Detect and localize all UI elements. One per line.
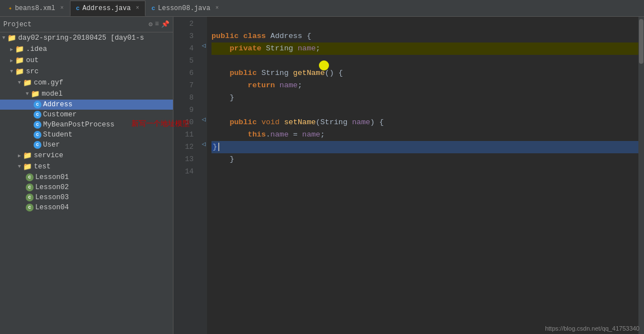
cursor-dot [319, 60, 329, 70]
code-content: 2 3 4 5 6 7 8 9 10 11 12 13 14 ◁ ◁ ◁ [173, 17, 644, 334]
project-title: Project [3, 21, 145, 29]
header-icons: ⚙ ≡ 📌 [149, 20, 170, 29]
tab-label-lesson08: Lesson08.java [158, 4, 210, 12]
src-folder-icon: 📁 [15, 67, 24, 76]
mybeanpostprocess-label: MyBeanPostProcess [43, 121, 115, 129]
code-line-12: } [211, 141, 638, 153]
tree-test[interactable]: ▼ 📁 test [0, 161, 173, 172]
code-line-9 [211, 104, 638, 116]
user-label: User [43, 141, 60, 149]
service-folder-icon: 📁 [23, 151, 32, 160]
model-label: model [41, 90, 63, 98]
service-label: service [34, 152, 63, 159]
lesson02-label: Lesson02 [35, 184, 69, 191]
tab-label-address: Address.java [82, 4, 130, 12]
lesson02-java-icon: c [26, 184, 34, 191]
src-label: src [26, 68, 39, 76]
code-line-11: this.name = name; [211, 129, 638, 141]
code-line-3: public class Address { [211, 30, 638, 43]
comgyf-folder-icon: 📁 [23, 78, 32, 87]
user-java-icon: c [34, 141, 41, 149]
code-line-13: } [211, 153, 638, 166]
code-line-7: return name; [211, 79, 638, 92]
project-header: Project ⚙ ≡ 📌 [0, 17, 173, 32]
watermark: https://blog.csdn.net/qq_41753340 [545, 325, 640, 332]
tree-address[interactable]: c Address [0, 100, 173, 110]
editor-area[interactable]: 2 3 4 5 6 7 8 9 10 11 12 13 14 ◁ ◁ ◁ [173, 17, 644, 334]
code-lines[interactable]: public class Address { private String na… [207, 17, 638, 334]
student-java-icon: c [34, 131, 41, 139]
code-line-5 [211, 55, 638, 67]
tab-address[interactable]: c Address.java × [70, 1, 145, 16]
student-label: Student [43, 131, 73, 139]
chevron-down-icon4: ▼ [26, 91, 29, 97]
gutter: ◁ ◁ ◁ [198, 17, 207, 334]
test-label: test [34, 163, 50, 171]
tree-lesson04[interactable]: c Lesson04 [0, 203, 173, 213]
tree-user[interactable]: c User [0, 140, 173, 150]
tree-idea[interactable]: ▶ 📁 .idea [0, 44, 173, 55]
chevron-right-icon2: ▶ [10, 58, 13, 64]
comgyf-label: com.gyf [34, 79, 63, 87]
tree-comgyf[interactable]: ▼ 📁 com.gyf [0, 77, 173, 88]
lesson01-java-icon: c [26, 173, 34, 181]
out-label: out [26, 57, 39, 64]
tree-customer[interactable]: c Customer [0, 110, 173, 120]
tree-lesson03[interactable]: c Lesson03 [0, 192, 173, 203]
code-line-4: private String name; [211, 43, 638, 55]
code-line-6: public String getName() { [211, 67, 638, 79]
code-line-8: } [211, 92, 638, 104]
settings-icon[interactable]: ⚙ [149, 20, 153, 29]
lesson03-java-icon: c [26, 194, 34, 201]
tree-service[interactable]: ▶ 📁 service [0, 150, 173, 161]
customer-java-icon: c [34, 111, 41, 119]
gutter-marker-close: ◁ [202, 140, 206, 148]
address-java-icon: c [34, 101, 41, 109]
lesson01-label: Lesson01 [35, 173, 69, 181]
xml-icon: ✦ [8, 4, 12, 12]
tab-close-address[interactable]: × [136, 5, 139, 11]
idea-label: .idea [26, 45, 47, 53]
chevron-down-icon: ▼ [2, 35, 5, 41]
tab-lesson08[interactable]: c Lesson08.java × [145, 1, 225, 16]
chevron-down-icon2: ▼ [10, 69, 13, 74]
test-folder-icon: 📁 [23, 162, 32, 171]
model-folder-icon: 📁 [31, 90, 40, 98]
gutter-marker-method: ◁ [202, 41, 206, 50]
main-area: Project ⚙ ≡ 📌 ▼ 📁 day02-spring-20180425 … [0, 17, 644, 334]
root-label: day02-spring-20180425 [day01-s [18, 34, 144, 42]
tree-src[interactable]: ▼ 📁 src [0, 66, 173, 77]
scrollbar-y[interactable] [638, 17, 644, 334]
tab-bar: ✦ beans8.xml × c Address.java × c Lesson… [0, 0, 644, 17]
out-folder-icon: 📁 [15, 56, 24, 65]
project-tree: ▼ 📁 day02-spring-20180425 [day01-s ▶ 📁 .… [0, 32, 173, 334]
address-label: Address [43, 101, 73, 109]
tab-close-lesson08[interactable]: × [215, 5, 219, 11]
lesson04-java-icon: c [26, 204, 34, 211]
pin-icon[interactable]: 📌 [161, 20, 170, 29]
tree-lesson01[interactable]: c Lesson01 [0, 172, 173, 182]
line-numbers: 2 3 4 5 6 7 8 9 10 11 12 13 14 [173, 17, 198, 334]
tree-root[interactable]: ▼ 📁 day02-spring-20180425 [day01-s [0, 32, 173, 44]
tree-out[interactable]: ▶ 📁 out [0, 55, 173, 66]
tab-close-beans8[interactable]: × [60, 5, 64, 11]
lesson03-label: Lesson03 [35, 194, 69, 201]
scrollbar-thumb [639, 19, 643, 64]
project-panel: Project ⚙ ≡ 📌 ▼ 📁 day02-spring-20180425 … [0, 17, 173, 334]
tree-student[interactable]: c Student [0, 130, 173, 140]
lesson04-label: Lesson04 [35, 204, 69, 211]
chevron-right-icon3: ▶ [18, 153, 21, 159]
tab-label-beans8: beans8.xml [15, 4, 55, 12]
chevron-down-icon5: ▼ [18, 164, 21, 170]
tree-model[interactable]: ▼ 📁 model [0, 88, 173, 100]
tree-lesson02[interactable]: c Lesson02 [0, 182, 173, 192]
tab-beans8[interactable]: ✦ beans8.xml × [2, 1, 70, 16]
chevron-down-icon3: ▼ [18, 80, 21, 86]
folder-icon: 📁 [7, 34, 16, 43]
idea-folder-icon: 📁 [15, 45, 24, 54]
gear-icon[interactable]: ≡ [155, 20, 159, 29]
customer-label: Customer [43, 111, 77, 119]
java-icon-address: c [76, 5, 80, 12]
gutter-marker-setter: ◁ [202, 115, 206, 124]
tree-mybeanpostprocess[interactable]: c MyBeanPostProcess [0, 120, 173, 130]
